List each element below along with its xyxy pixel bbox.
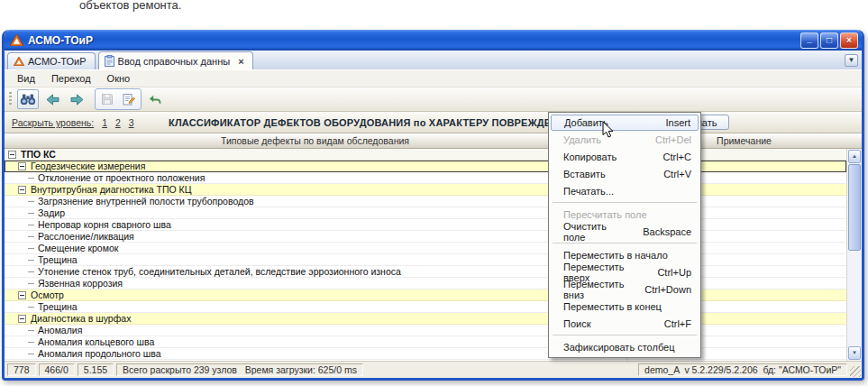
menubar-item[interactable]: Вид xyxy=(9,71,43,86)
menu-item-label: Переместить вниз xyxy=(563,279,632,300)
table-row[interactable]: Задир xyxy=(5,207,846,219)
collapse-icon[interactable] xyxy=(18,186,26,194)
tree-connector xyxy=(28,236,34,237)
forward-button[interactable] xyxy=(66,89,87,109)
tab-strip: АСМО-ТОиР Ввод справочных данны × ▼ xyxy=(5,51,862,70)
table-row[interactable]: Отклонение от проектного положения xyxy=(5,172,846,184)
table-row[interactable]: Диагностика в шурфах xyxy=(5,313,846,325)
app-window: АСМО-ТОиР _ □ × АСМО-ТОиР xyxy=(2,30,864,381)
scrollbar-thumb[interactable] xyxy=(848,164,861,251)
row-label: Аномалия xyxy=(38,325,82,335)
context-menu-item[interactable]: Очистить полеBackspace xyxy=(551,223,699,240)
save-button[interactable] xyxy=(96,89,118,109)
status-cells: 778466/05.155Всего раскрыто 239 узлов Вр… xyxy=(7,363,363,376)
toolbar-grip-handle[interactable] xyxy=(9,92,12,106)
search-binoculars-button[interactable] xyxy=(17,89,39,109)
grid-header: Типовые дефекты по видам обследования Пр… xyxy=(5,133,862,149)
menu-item-label: Копировать xyxy=(563,152,617,162)
defect-cell: Трещина xyxy=(5,254,626,265)
table-row[interactable]: Аномалия xyxy=(5,325,846,336)
defect-cell: Внутритрубная диагностика ТПО КЦ xyxy=(5,184,626,195)
collapse-icon[interactable] xyxy=(18,291,26,299)
context-menu-item[interactable]: ДобавитьInsert xyxy=(551,115,699,131)
menu-item-label: Очистить поле xyxy=(563,221,630,243)
context-menu-item[interactable]: ПоискCtrl+F xyxy=(551,315,699,332)
scroll-up-icon[interactable]: ▲ xyxy=(848,150,861,163)
level-1-link[interactable]: 1 xyxy=(102,117,107,128)
row-label: Геодезические измерения xyxy=(31,161,145,171)
table-row[interactable]: Непровар корня сварного шва xyxy=(5,219,846,231)
tab-close-icon[interactable]: × xyxy=(238,56,243,67)
tab-home[interactable]: АСМО-ТОиР xyxy=(7,52,96,69)
row-label: Отклонение от проектного положения xyxy=(38,172,205,183)
table-row[interactable]: Загрязнение внутренней полости трубопров… xyxy=(5,196,846,207)
defect-cell: Утонение стенок труб, соединительных дет… xyxy=(5,266,626,277)
undo-button[interactable] xyxy=(144,89,166,109)
collapse-icon[interactable] xyxy=(18,162,26,170)
context-menu-item[interactable]: Зафиксировать столбец xyxy=(551,338,699,355)
minimize-button[interactable]: _ xyxy=(800,32,818,49)
expand-level-link[interactable]: Раскрыть уровень: xyxy=(12,117,94,128)
row-label: Трещина xyxy=(38,301,78,312)
tree-connector xyxy=(28,248,34,249)
menu-item-shortcut: Ctrl+C xyxy=(651,152,691,162)
table-row[interactable]: Геодезические измерения xyxy=(5,161,846,172)
table-row[interactable]: Аномалия продольного шва xyxy=(5,348,846,360)
binoculars-icon xyxy=(20,93,36,106)
vertical-scrollbar[interactable]: ▲ ▼ xyxy=(846,149,862,361)
scroll-down-icon[interactable]: ▼ xyxy=(848,346,861,360)
level-2-link[interactable]: 2 xyxy=(115,117,121,128)
table-row[interactable]: ТПО КС xyxy=(5,149,846,161)
context-menu-item[interactable]: Переместить в конец xyxy=(551,298,699,315)
menu-separator xyxy=(553,335,697,335)
tree-connector xyxy=(28,213,34,214)
menu-item-label: Поиск xyxy=(563,318,590,329)
window-title: АСМО-ТОиР xyxy=(28,34,800,47)
table-row[interactable]: Осмотр xyxy=(5,290,846,301)
tree-connector xyxy=(28,283,34,284)
context-menu-item[interactable]: КопироватьCtrl+C xyxy=(551,148,699,165)
column-header-defects[interactable]: Типовые дефекты по видам обследования xyxy=(5,133,626,148)
defect-cell: Аномалия xyxy=(5,325,626,335)
tree-connector xyxy=(28,307,34,308)
back-button[interactable] xyxy=(41,89,63,109)
menu-separator xyxy=(553,202,697,203)
close-button[interactable]: × xyxy=(840,32,858,49)
tree-connector xyxy=(28,260,34,261)
maximize-button[interactable]: □ xyxy=(820,32,838,49)
defect-cell: Осмотр xyxy=(5,290,626,300)
edit-button[interactable] xyxy=(118,89,140,109)
table-row[interactable]: Трещина xyxy=(5,301,846,313)
defect-cell: Трещина xyxy=(5,301,626,312)
tab-list-dropdown-icon[interactable]: ▼ xyxy=(845,54,858,67)
context-menu-item[interactable]: ВставитьCtrl+V xyxy=(551,165,699,182)
menu-item-shortcut: Ctrl+F xyxy=(652,318,691,329)
row-label: Задир xyxy=(38,207,65,218)
menu-item-shortcut: Backspace xyxy=(630,226,691,237)
tab-active-label: Ввод справочных данны xyxy=(118,56,231,67)
menubar-item[interactable]: Окно xyxy=(99,71,139,86)
level-3-link[interactable]: 3 xyxy=(129,117,134,128)
table-row[interactable]: Расслоение/ликвация xyxy=(5,231,846,243)
resize-grip[interactable] xyxy=(850,366,861,377)
table-row[interactable]: Смещение кромок xyxy=(5,243,846,254)
menu-item-label: Печатать... xyxy=(563,186,614,197)
table-row[interactable]: Трещина xyxy=(5,254,846,266)
tab-data-entry[interactable]: Ввод справочных данны × xyxy=(98,51,253,69)
collapse-icon[interactable] xyxy=(18,315,26,323)
window-titlebar[interactable]: АСМО-ТОиР _ □ × xyxy=(5,30,862,51)
back-arrow-icon xyxy=(46,94,59,106)
tree-connector xyxy=(28,271,34,272)
row-label: Утонение стенок труб, соединительных дет… xyxy=(38,266,401,277)
statusbar-cell: 5.155 xyxy=(78,363,114,376)
desktop: объектов ремонта. АСМО-ТОиР _ □ × АСМО-Т… xyxy=(0,0,868,386)
context-menu-item[interactable]: Переместить внизCtrl+Down xyxy=(551,280,699,298)
context-menu-item[interactable]: Печатать... xyxy=(551,182,699,199)
table-row[interactable]: Язвенная коррозия xyxy=(5,278,846,290)
collapse-icon[interactable] xyxy=(8,151,16,159)
table-row[interactable]: Аномалия кольцевого шва xyxy=(5,336,846,348)
table-row[interactable]: Утонение стенок труб, соединительных дет… xyxy=(5,266,846,278)
tree-connector xyxy=(28,354,34,354)
menubar-item[interactable]: Переход xyxy=(43,71,99,86)
table-row[interactable]: Внутритрубная диагностика ТПО КЦ xyxy=(5,184,846,196)
